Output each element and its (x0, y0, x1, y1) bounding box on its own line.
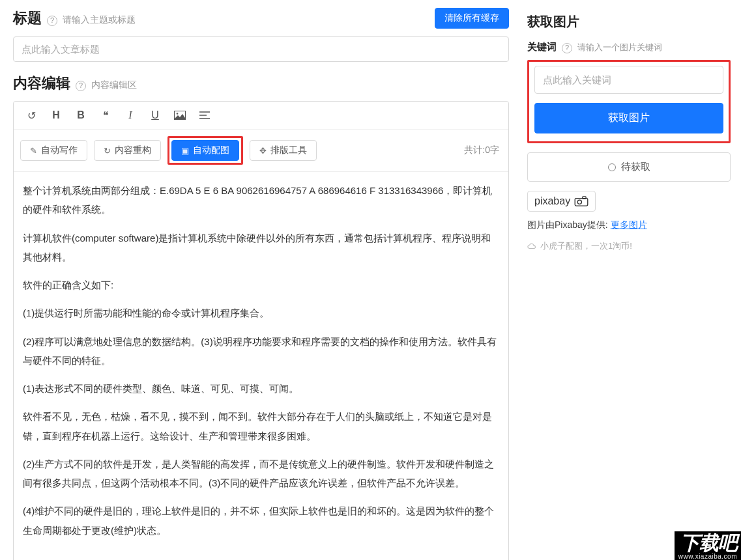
picture-icon: ▣ (181, 146, 189, 156)
layout-tool-label: 排版工具 (270, 145, 307, 156)
keyword-label: 关键词 (527, 41, 557, 53)
clear-cache-button[interactable]: 清除所有缓存 (435, 8, 509, 29)
content-body[interactable]: 整个计算机系统由两部分组成：E.69DA 5 E 6 BA 9062616964… (14, 172, 508, 560)
main-column: 标题 ? 请输入主题或标题 清除所有缓存 内容编辑 ? 内容编辑区 ↺ H B … (0, 0, 519, 560)
restructure-label: 内容重构 (115, 145, 151, 156)
pixabay-text: pixabay (534, 195, 570, 207)
paragraph: 计算机软件(computer software)是指计算机系统中除硬件以外的所有… (23, 229, 499, 267)
paragraph: 软件的正确含义如下: (23, 275, 499, 294)
title-header: 标题 ? 请输入主题或标题 清除所有缓存 (13, 8, 509, 29)
restructure-button[interactable]: ↻ 内容重构 (94, 140, 161, 161)
layout-tool-button[interactable]: ✥ 排版工具 (250, 140, 317, 161)
quote-icon[interactable]: ❝ (94, 105, 117, 125)
auto-image-label: 自动配图 (193, 145, 229, 156)
get-image-heading: 获取图片 (527, 13, 579, 31)
highlight-frame: 获取图片 (527, 60, 731, 143)
content-help-text: 内容编辑区 (91, 79, 137, 91)
paragraph: (4)维护不同的硬件是旧的，理论上软件是旧的，并不坏，但实际上软件也是旧的和坏的… (23, 501, 499, 540)
get-image-header: 获取图片 (527, 13, 731, 31)
paragraph: (2)生产方式不同的软件是开发，是人类智能的高发挥，而不是传统意义上的硬件制造。… (23, 455, 499, 493)
clear-cache-label: 清除所有缓存 (444, 12, 499, 24)
content-header: 内容编辑 ? 内容编辑区 (13, 74, 509, 93)
title-help-text: 请输入主题或标题 (63, 14, 136, 26)
refresh-icon: ↻ (104, 146, 111, 156)
undo-icon[interactable]: ↺ (20, 105, 42, 125)
help-icon: ? (562, 43, 572, 53)
sidebar: 获取图片 关键词 ? 请输入一个图片关键词 获取图片 待获取 pixabay (519, 0, 741, 560)
action-toolbar: ✎ 自动写作 ↻ 内容重构 ▣ 自动配图 ✥ 排版工具 (14, 130, 508, 172)
get-image-button[interactable]: 获取图片 (534, 103, 723, 133)
keyword-label-row: 关键词 ? 请输入一个图片关键词 (527, 41, 731, 53)
svg-point-1 (177, 113, 179, 115)
editor: ↺ H B ❝ I U ✎ 自动写作 ↻ (13, 101, 509, 560)
content-heading: 内容编辑 (13, 74, 70, 93)
cloud-icon (527, 243, 536, 249)
help-icon: ? (76, 81, 86, 91)
keyword-help: 请输入一个图片关键词 (577, 42, 662, 53)
auto-write-label: 自动写作 (41, 145, 78, 156)
paragraph: (1)提供运行时所需功能和性能的命令或计算机程序集合。 (23, 303, 499, 322)
get-image-btn-label: 获取图片 (608, 111, 650, 125)
pixabay-badge: pixabay (527, 191, 596, 212)
tagline: 小虎子配图，一次1淘币! (527, 240, 731, 252)
bold-icon[interactable]: B (70, 105, 92, 125)
article-title-input[interactable] (13, 36, 509, 62)
provider-line: 图片由Pixabay提供: 更多图片 (527, 219, 731, 231)
pending-label: 待获取 (621, 161, 650, 173)
camera-icon (574, 196, 588, 206)
auto-write-button[interactable]: ✎ 自动写作 (20, 140, 87, 161)
help-icon: ? (47, 16, 57, 26)
image-icon[interactable] (169, 105, 191, 125)
align-icon[interactable] (194, 105, 216, 125)
svg-rect-6 (583, 197, 586, 199)
watermark-small: www.xiazaiba.com (678, 553, 737, 560)
tool-icon: ✥ (259, 146, 267, 156)
auto-image-button[interactable]: ▣ 自动配图 (171, 140, 239, 161)
italic-icon[interactable]: I (119, 105, 141, 125)
formatting-toolbar: ↺ H B ❝ I U (14, 102, 508, 130)
paragraph: 整个计算机系统由两部分组成：E.69DA 5 E 6 BA 9062616964… (23, 181, 499, 219)
circle-icon (608, 163, 616, 171)
underline-icon[interactable]: U (144, 105, 166, 125)
watermark-big: 下载吧 (678, 533, 737, 553)
paragraph: 软件看不见，无色，枯燥，看不见，摸不到，闻不到。软件大部分存在于人们的头脑或纸上… (23, 407, 499, 445)
watermark: 下载吧 www.xiazaiba.com (675, 531, 741, 561)
provider-text: 图片由Pixabay提供: (527, 219, 608, 230)
word-count: 共计:0字 (464, 145, 502, 156)
heading-icon[interactable]: H (45, 105, 67, 125)
paragraph: (1)表达形式不同的硬件类型、颜色、味道、可见、可摸、可闻。 (23, 379, 499, 398)
paragraph: (2)程序可以满意地处理信息的数据结构。(3)说明程序功能要求和程序需要的文档的… (23, 332, 499, 371)
pending-button[interactable]: 待获取 (527, 152, 731, 182)
highlight-frame: ▣ 自动配图 (167, 136, 243, 165)
svg-point-7 (577, 200, 581, 204)
tagline-text: 小虎子配图，一次1淘币! (540, 240, 632, 252)
pencil-icon: ✎ (30, 146, 37, 156)
keyword-input[interactable] (534, 66, 723, 94)
title-heading: 标题 (13, 8, 42, 28)
more-images-link[interactable]: 更多图片 (611, 219, 647, 230)
